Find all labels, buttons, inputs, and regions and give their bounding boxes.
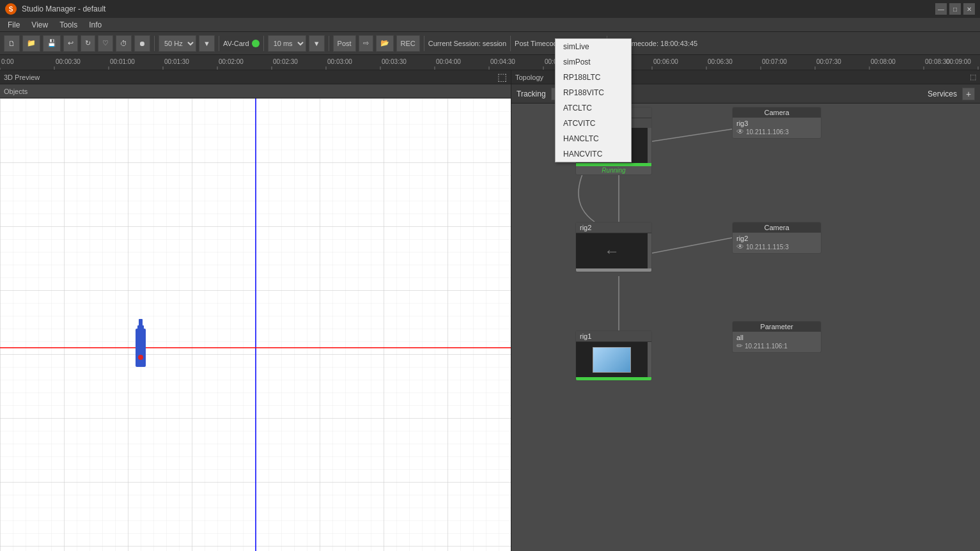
dropdown-rp188vitc[interactable]: RP188VITC bbox=[556, 85, 631, 100]
svg-text:00:08:00: 00:08:00 bbox=[871, 58, 896, 65]
dropdown-simlive[interactable]: simLive bbox=[556, 39, 631, 54]
ms-down[interactable]: ▼ bbox=[309, 35, 325, 52]
svg-line-50 bbox=[649, 129, 732, 142]
panel-title-bar: 3D Preview ⬚ bbox=[0, 70, 511, 84]
rig3-running-label: Running bbox=[576, 166, 651, 175]
svg-text:00:01:30: 00:01:30 bbox=[164, 58, 189, 65]
app-title: Studio Manager - default bbox=[22, 4, 930, 13]
separator-5 bbox=[424, 36, 424, 51]
camera2-body: rig2 👁 10.211.1.115:3 bbox=[733, 233, 821, 253]
rig1-node[interactable]: rig1 bbox=[575, 330, 652, 381]
rec-btn[interactable]: REC bbox=[396, 35, 420, 52]
svg-text:00:04:30: 00:04:30 bbox=[490, 58, 515, 65]
dropdown-menu[interactable]: simLive simPost RP188LTC RP188VITC ATCLT… bbox=[555, 38, 632, 162]
undo-button[interactable]: ↩ bbox=[63, 35, 78, 52]
post-icon-btn[interactable]: ⇨ bbox=[359, 35, 373, 52]
nodes-area: rig3 freed... Running rig2 ← bbox=[511, 104, 980, 551]
parameter-service[interactable]: Parameter all ✏ 10.211.1.106:1 bbox=[732, 321, 821, 353]
av-card-label: AV-Card bbox=[223, 40, 249, 47]
dropdown-hancvitc[interactable]: HANCVITC bbox=[556, 146, 631, 162]
save-button[interactable]: 💾 bbox=[43, 35, 61, 52]
close-button[interactable]: ✕ bbox=[963, 3, 975, 15]
title-bar: S Studio Manager - default — □ ✕ bbox=[0, 0, 980, 18]
topology-label: Topology bbox=[515, 74, 543, 81]
objects-label: Objects bbox=[4, 88, 27, 95]
toolbar: 🗋 📁 💾 ↩ ↻ ♡ ⏱ ⏺ 50 Hz ▼ AV-Card 10 ms ▼ … bbox=[0, 32, 980, 55]
separator-4 bbox=[329, 36, 329, 51]
svg-rect-44 bbox=[136, 329, 146, 367]
session-label: Current Session: session bbox=[428, 40, 506, 47]
camera1-name: rig3 bbox=[736, 120, 817, 127]
maximize-button[interactable]: □ bbox=[949, 3, 961, 15]
hz-select[interactable]: 50 Hz bbox=[159, 35, 196, 52]
svg-text:00:07:00: 00:07:00 bbox=[762, 58, 787, 65]
eye-icon-1: 👁 bbox=[736, 127, 744, 136]
camera1-body: rig3 👁 10.211.1.106:3 bbox=[733, 118, 821, 138]
svg-text:00:01:00: 00:01:00 bbox=[110, 58, 135, 65]
svg-text:00:03:00: 00:03:00 bbox=[327, 58, 352, 65]
menu-info[interactable]: Info bbox=[84, 19, 107, 31]
svg-text:00:09:00: 00:09:00 bbox=[946, 58, 971, 65]
svg-text:0:00: 0:00 bbox=[1, 58, 14, 65]
dropdown-simpost[interactable]: simPost bbox=[556, 54, 631, 70]
ms-select[interactable]: 10 ms bbox=[268, 35, 306, 52]
left-panel: 3D Preview ⬚ Objects bbox=[0, 70, 511, 551]
preview-title: 3D Preview bbox=[4, 74, 40, 81]
window-controls: — □ ✕ bbox=[935, 3, 975, 15]
rig2-status-bar bbox=[576, 268, 651, 272]
svg-line-51 bbox=[649, 238, 732, 254]
pencil-icon-1: ✏ bbox=[736, 341, 743, 350]
svg-text:00:06:30: 00:06:30 bbox=[708, 58, 733, 65]
separator-1 bbox=[154, 36, 155, 51]
svg-rect-46 bbox=[139, 319, 143, 327]
services-add-button[interactable]: + bbox=[962, 88, 975, 100]
expand-right-icon[interactable]: ⬚ bbox=[970, 73, 976, 81]
rig2-body: ← bbox=[576, 233, 648, 268]
folder-btn[interactable]: 📂 bbox=[376, 35, 394, 52]
svg-text:00:07:30: 00:07:30 bbox=[816, 58, 841, 65]
menu-file[interactable]: File bbox=[3, 19, 25, 31]
hz-down[interactable]: ▼ bbox=[199, 35, 215, 52]
eye-icon-2: 👁 bbox=[736, 242, 744, 251]
rig1-label: rig1 bbox=[580, 332, 591, 340]
expand-icon[interactable]: ⬚ bbox=[497, 71, 507, 83]
svg-point-47 bbox=[138, 355, 143, 360]
camera2-service[interactable]: Camera rig2 👁 10.211.1.115:3 bbox=[732, 222, 821, 254]
camera1-service[interactable]: Camera rig3 👁 10.211.1.106:3 bbox=[732, 107, 821, 139]
rig1-status-bar bbox=[576, 377, 651, 380]
post-button[interactable]: Post bbox=[333, 35, 356, 52]
record-button[interactable]: ⏺ bbox=[134, 35, 150, 52]
dropdown-rp188ltc[interactable]: RP188LTC bbox=[556, 70, 631, 85]
clock-button[interactable]: ⏱ bbox=[116, 35, 132, 52]
rig1-body bbox=[576, 342, 648, 377]
viewport[interactable] bbox=[0, 98, 511, 551]
camera2-ip: 👁 10.211.1.115:3 bbox=[736, 242, 817, 251]
svg-text:00:02:00: 00:02:00 bbox=[219, 58, 244, 65]
separator-3 bbox=[263, 36, 264, 51]
minimize-button[interactable]: — bbox=[935, 3, 947, 15]
rig2-node[interactable]: rig2 ← bbox=[575, 222, 652, 272]
tracking-label: Tracking bbox=[517, 89, 546, 98]
camera2-name: rig2 bbox=[736, 235, 817, 242]
parameter-name: all bbox=[736, 334, 817, 341]
separator-2 bbox=[219, 36, 219, 51]
services-label: Services bbox=[928, 89, 957, 98]
camera1-ip: 👁 10.211.1.106:3 bbox=[736, 127, 817, 136]
new-button[interactable]: 🗋 bbox=[4, 35, 20, 52]
camera1-header: Camera bbox=[733, 107, 821, 118]
heart-button[interactable]: ♡ bbox=[98, 35, 113, 52]
parameter-header: Parameter bbox=[733, 322, 821, 332]
rig1-header: rig1 bbox=[576, 331, 651, 342]
av-status-dot bbox=[252, 40, 260, 47]
dropdown-hancltc[interactable]: HANCLTC bbox=[556, 131, 631, 146]
svg-text:00:06:00: 00:06:00 bbox=[653, 58, 678, 65]
open-button[interactable]: 📁 bbox=[22, 35, 40, 52]
parameter-body: all ✏ 10.211.1.106:1 bbox=[733, 332, 821, 352]
dropdown-atcvitc[interactable]: ATCVITC bbox=[556, 116, 631, 131]
timeline-ruler: 0:00 00:00:30 00:01:00 00:01:30 00:02:00… bbox=[0, 55, 980, 70]
menu-tools[interactable]: Tools bbox=[54, 19, 82, 31]
redo-button[interactable]: ↻ bbox=[81, 35, 95, 52]
menu-view[interactable]: View bbox=[26, 19, 53, 31]
svg-text:00:04:00: 00:04:00 bbox=[436, 58, 461, 65]
dropdown-atcltc[interactable]: ATCLTC bbox=[556, 100, 631, 116]
